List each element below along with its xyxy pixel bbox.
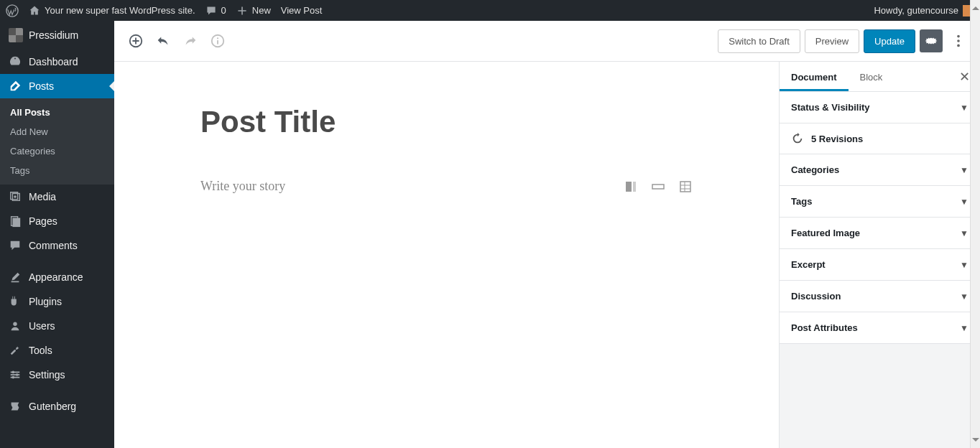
- scrollbar[interactable]: [970, 0, 980, 21]
- wp-logo[interactable]: [6, 4, 19, 17]
- howdy-link[interactable]: Howdy, gutencourse: [874, 5, 974, 17]
- site-title: Your new super fast WordPress site.: [45, 5, 195, 16]
- site-title-link[interactable]: Your new super fast WordPress site.: [29, 5, 195, 17]
- new-link[interactable]: New: [236, 5, 271, 17]
- new-label: New: [252, 5, 271, 16]
- comments-link[interactable]: 0: [205, 5, 226, 17]
- admin-bar: Your new super fast WordPress site. 0 Ne…: [0, 0, 980, 21]
- view-post-link[interactable]: View Post: [281, 5, 323, 16]
- comments-count: 0: [221, 5, 226, 16]
